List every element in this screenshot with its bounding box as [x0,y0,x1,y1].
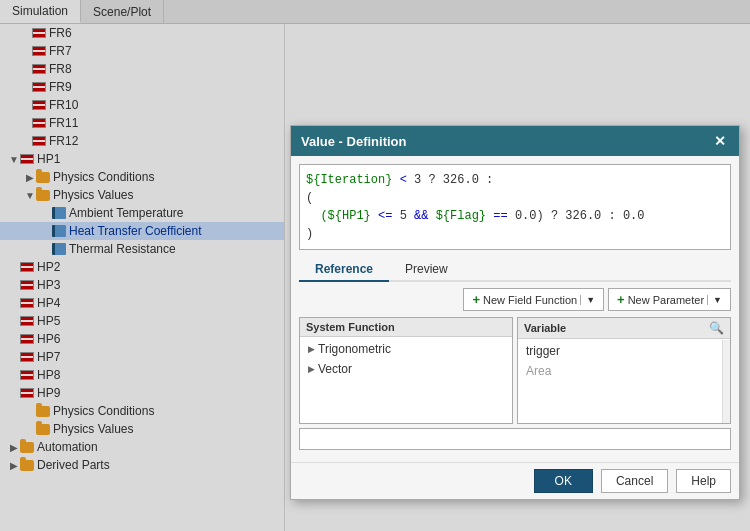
right-panel-header: Variable 🔍 [518,318,730,339]
expression-editor[interactable]: ${Iteration} < 3 ? 326.0 : ( (${HP1} <= … [299,164,731,250]
toolbar-row: + New Field Function ▼ + New Parameter ▼ [299,288,731,311]
dialog-titlebar: Value - Definition ✕ [291,126,739,156]
ok-button[interactable]: OK [534,469,593,493]
list-item[interactable]: ▶ Trigonometric [300,339,512,359]
dialog-value-definition: Value - Definition ✕ ${Iteration} < 3 ? … [290,125,740,500]
item-arrow-icon: ▶ [308,344,318,354]
search-icon[interactable]: 🔍 [709,321,724,335]
dialog-close-button[interactable]: ✕ [711,132,729,150]
new-field-function-label: New Field Function [483,294,577,306]
tab-reference[interactable]: Reference [299,258,389,282]
right-panel: Variable 🔍 trigger Area [517,317,731,424]
dropdown-arrow-icon[interactable]: ▼ [707,295,722,305]
item-arrow-icon: ▶ [308,364,318,374]
dialog-title: Value - Definition [301,134,406,149]
left-panel-header: System Function [300,318,512,337]
dropdown-arrow-icon[interactable]: ▼ [580,295,595,305]
dialog-tabs: Reference Preview [299,258,731,282]
search-input[interactable] [299,428,731,450]
left-panel: System Function ▶ Trigonometric ▶ Vector [299,317,513,424]
plus-icon: + [472,292,480,307]
new-parameter-label: New Parameter [628,294,704,306]
dialog-body: ${Iteration} < 3 ? 326.0 : ( (${HP1} <= … [291,156,739,462]
dialog-footer: OK Cancel Help [291,462,739,499]
search-bar [299,428,731,450]
content-panels: System Function ▶ Trigonometric ▶ Vector [299,317,731,424]
plus-icon: + [617,292,625,307]
right-panel-body: trigger Area [518,339,730,423]
help-button[interactable]: Help [676,469,731,493]
list-item[interactable]: trigger [518,341,730,361]
app-container: Simulation Scene/Plot FR6 FR7 FR8 [0,0,750,531]
new-field-function-button[interactable]: + New Field Function ▼ [463,288,604,311]
new-parameter-button[interactable]: + New Parameter ▼ [608,288,731,311]
cancel-button[interactable]: Cancel [601,469,668,493]
scrollbar[interactable] [722,340,730,424]
left-panel-body: ▶ Trigonometric ▶ Vector [300,337,512,423]
list-item[interactable]: Area [518,361,730,381]
tab-preview[interactable]: Preview [389,258,464,282]
list-item[interactable]: ▶ Vector [300,359,512,379]
